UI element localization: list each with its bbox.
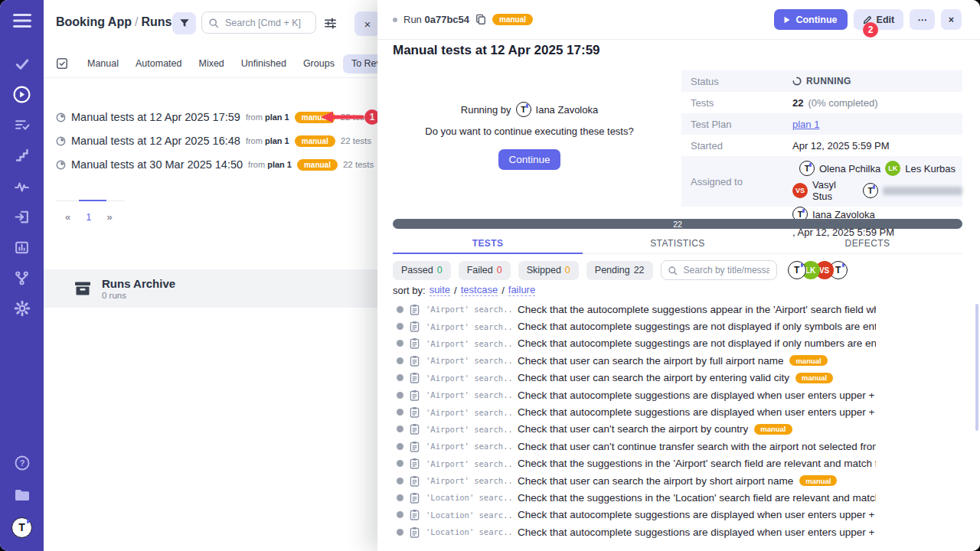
test-list-item[interactable]: 'Airport' search... Check that autocompl…: [377, 318, 980, 334]
test-list-item[interactable]: 'Location' searc... Check that autocompl…: [377, 523, 980, 540]
report-icon: [14, 240, 30, 256]
run-tests-count: 22 tests: [343, 160, 374, 169]
search-icon: [668, 266, 678, 276]
filter-button[interactable]: [172, 12, 196, 34]
sort-by-testcase[interactable]: testcase: [461, 284, 498, 296]
untested-dot-icon: [397, 425, 403, 432]
sidebar-item-configurations[interactable]: [0, 265, 44, 291]
tests-search-input[interactable]: [682, 264, 771, 276]
runs-list-panel: Booking App/Runs × Manual Automated Mixe…: [44, 0, 377, 551]
test-plan-link[interactable]: plan 1: [792, 119, 819, 130]
run-list-item[interactable]: Manual tests at 30 Mar 2025 14:50 from p…: [56, 156, 377, 173]
user-avatar-button[interactable]: T: [0, 514, 44, 540]
sidebar-item-milestones[interactable]: [0, 142, 44, 168]
more-button[interactable]: ⋯: [910, 9, 935, 30]
test-list-item[interactable]: 'Airport' search... Check that autocompl…: [377, 403, 980, 420]
sort-controls: sort by: suite / testcase / failure: [393, 284, 535, 296]
sidebar-item-activity[interactable]: [0, 173, 44, 199]
tab-statistics[interactable]: STATISTICS: [583, 233, 773, 253]
progress-bar[interactable]: 22: [393, 219, 962, 229]
info-row-plan: Test Plan plan 1: [681, 113, 962, 135]
untested-dot-icon: [397, 409, 403, 416]
test-list-item[interactable]: 'Airport' search... Check that user can …: [377, 472, 980, 489]
info-row-started: Started Apr 12, 2025 5:59 PM: [681, 135, 962, 156]
run-plan-link[interactable]: plan 1: [267, 160, 292, 169]
tab-groups[interactable]: Groups: [295, 54, 343, 73]
panel-close-button[interactable]: ×: [354, 11, 381, 36]
pagination-page-1[interactable]: 1: [86, 211, 91, 223]
filter-passed[interactable]: Passed0: [393, 261, 451, 280]
test-list-item[interactable]: 'Airport' search... Check that user can'…: [377, 438, 980, 455]
untested-dot-icon: [397, 511, 403, 518]
test-list-item[interactable]: 'Airport' search... Check that user can …: [377, 352, 980, 369]
pagination-next[interactable]: »: [106, 211, 112, 223]
sidebar-item-test-cases[interactable]: [0, 112, 44, 138]
sidebar-item-settings[interactable]: [0, 295, 44, 321]
close-run-button[interactable]: ×: [941, 9, 962, 30]
scrollbar[interactable]: [975, 304, 978, 431]
folder-icon: [14, 487, 31, 503]
redacted-name: [883, 187, 962, 195]
pagination: « 1 »: [56, 201, 240, 223]
hamburger-menu-button[interactable]: [0, 8, 44, 34]
run-list-item[interactable]: Manual tests at 12 Apr 2025 16:48 from p…: [56, 132, 377, 149]
info-row-assigned: Assigned to T Olena Pchilka LK Les Kurba…: [681, 156, 962, 207]
testcase-icon: [410, 390, 420, 401]
test-list-item[interactable]: 'Airport' search... Check that autocompl…: [377, 335, 980, 352]
select-all-icon[interactable]: [56, 57, 68, 70]
test-title: Check that autocomplete suggestions are …: [518, 406, 876, 418]
test-list-item[interactable]: 'Airport' search... Check that autocompl…: [377, 386, 980, 403]
test-list-item[interactable]: 'Location' searc... Check that autocompl…: [377, 507, 980, 523]
filter-failed[interactable]: Failed0: [459, 261, 511, 280]
copy-icon[interactable]: [475, 14, 486, 25]
pagination-prev[interactable]: «: [65, 211, 70, 223]
help-button[interactable]: ?: [0, 450, 44, 476]
started-label: Started: [681, 140, 792, 152]
test-list-item[interactable]: 'Airport' search... Check that user can'…: [377, 421, 980, 438]
sidebar-item-tests[interactable]: [0, 51, 44, 77]
projects-button[interactable]: [0, 482, 44, 508]
breadcrumb-page: Runs: [141, 15, 172, 28]
filter-pending[interactable]: Pending22: [586, 261, 653, 280]
tab-defects[interactable]: DEFECTS: [773, 233, 962, 253]
runs-archive[interactable]: Runs Archive 0 runs: [44, 269, 377, 308]
run-plan-link[interactable]: plan 1: [265, 112, 289, 122]
tab-unfinished[interactable]: Unfinished: [233, 54, 295, 73]
sort-by-suite[interactable]: suite: [430, 284, 450, 296]
manual-badge: manual: [295, 135, 335, 147]
tab-manual[interactable]: Manual: [79, 54, 127, 73]
search-input[interactable]: [224, 17, 311, 29]
test-title: Check that the suggestions in the 'Airpo…: [518, 458, 876, 469]
import-icon: [14, 209, 30, 225]
sidebar-item-import[interactable]: [0, 204, 44, 230]
progress-value: 22: [673, 220, 682, 229]
active-page-indicator: [79, 200, 106, 201]
untested-dot-icon: [397, 374, 403, 381]
run-detail-title: Manual tests at 12 Apr 2025 17:59: [393, 43, 600, 58]
sort-by-failure[interactable]: failure: [508, 284, 535, 296]
tab-tests[interactable]: TESTS: [393, 233, 583, 253]
test-list-item[interactable]: 'Airport' search... Check that the autoc…: [377, 301, 980, 318]
filter-skipped[interactable]: Skipped0: [518, 261, 579, 280]
run-plan-link[interactable]: plan 1: [265, 136, 289, 145]
test-list-item[interactable]: 'Airport' search... Check that the sugge…: [377, 455, 980, 472]
untested-dot-icon: [397, 323, 403, 330]
assignee-avatars[interactable]: T LK VS T: [788, 261, 848, 279]
sidebar-item-runs[interactable]: [0, 81, 44, 107]
test-list-item[interactable]: 'Airport' search... Check that user can …: [377, 370, 980, 386]
test-title: Check that the autocomplete suggestions …: [518, 304, 876, 315]
sidebar-item-reports[interactable]: [0, 234, 44, 260]
archive-title: Runs Archive: [102, 277, 175, 290]
breadcrumb-project[interactable]: Booking App: [56, 15, 132, 28]
activity-icon: [14, 178, 30, 194]
view-settings-button[interactable]: [324, 17, 337, 30]
edit-button[interactable]: Edit: [854, 9, 904, 30]
continue-button[interactable]: Continue: [774, 9, 847, 30]
app-window: ? T Booking App/Runs × Manual Automated …: [0, 0, 980, 551]
tab-automated[interactable]: Automated: [127, 54, 190, 73]
continue-prompt-button[interactable]: Continue: [498, 149, 560, 170]
tab-mixed[interactable]: Mixed: [190, 54, 232, 73]
test-list: 'Airport' search... Check that the autoc…: [377, 301, 980, 540]
test-suite: 'Location' searc...: [426, 510, 511, 520]
test-list-item[interactable]: 'Location' searc... Check that the sugge…: [377, 489, 980, 506]
